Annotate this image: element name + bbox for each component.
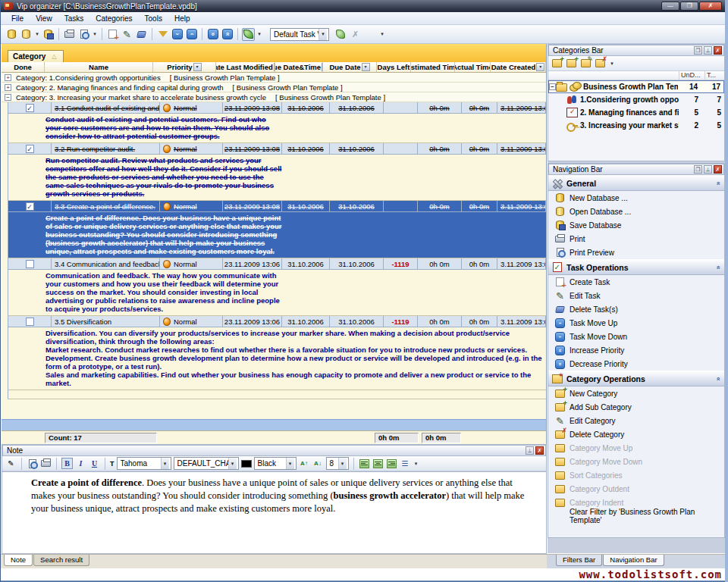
close-panel-icon[interactable]: ✗	[714, 46, 722, 55]
new-category-icon[interactable]: +	[551, 58, 563, 68]
font-family-combo[interactable]: Tahoma▾	[117, 457, 171, 470]
task-row[interactable]: 3.5 DiversificationNormal23.11.2009 13:0…	[8, 316, 546, 327]
column-header-actual-time[interactable]: Actual Time	[455, 62, 491, 72]
nav-section-task-operations[interactable]: Task Operations»	[548, 259, 724, 275]
chevron-down-icon[interactable]: ▾	[379, 31, 385, 37]
open-database-icon[interactable]	[20, 28, 33, 41]
float-panel-icon[interactable]: ❐	[694, 165, 702, 174]
edit-task-icon[interactable]: ✎	[121, 28, 133, 41]
chevron-down-icon[interactable]: ▾	[318, 29, 327, 40]
filter-dropdown-icon[interactable]: ▾	[193, 63, 202, 71]
nav-item-save-database[interactable]: Save Database	[548, 218, 724, 232]
delete-category-icon[interactable]: ✗	[595, 58, 606, 68]
close-button[interactable]: ✗	[699, 2, 722, 11]
task-row[interactable]: 3.4 Communication and feedbackNormal23.1…	[8, 258, 546, 270]
note-content[interactable]: Create a point of difference. Does your …	[2, 471, 546, 553]
menu-tasks[interactable]: Tasks	[58, 13, 90, 24]
restore-button[interactable]: ❐	[680, 2, 698, 11]
task-move-up-icon[interactable]: ›	[185, 28, 198, 41]
new-database-icon[interactable]	[5, 28, 18, 41]
nav-item-edit-category[interactable]: ✎Edit Category	[548, 414, 724, 427]
column-header-days-left[interactable]: Days Left	[377, 62, 411, 72]
done-checkbox[interactable]: ✓	[26, 145, 34, 153]
column-header-done[interactable]: Done	[2, 62, 45, 72]
menu-categories[interactable]: Categories	[89, 13, 138, 24]
clear-filter-icon[interactable]: ✗	[349, 28, 362, 41]
tree-col-total[interactable]: T...	[704, 71, 724, 80]
nav-item-increase-priority[interactable]: »Increase Priority	[548, 343, 724, 357]
column-header-priority[interactable]: Priority▾	[153, 62, 216, 72]
expand-group-icon[interactable]: +	[5, 74, 11, 81]
done-checkbox[interactable]	[26, 260, 34, 268]
column-header-due-date[interactable]: Due Date▾	[323, 62, 377, 72]
nav-item-open-database-[interactable]: Open Database ...	[548, 205, 724, 218]
italic-button[interactable]: I	[75, 458, 86, 469]
task-row[interactable]: ✓3.1 Conduct audit of existing andNormal…	[8, 102, 546, 114]
close-panel-icon[interactable]: ✗	[535, 446, 544, 455]
nav-item-new-category[interactable]: +New Category	[548, 386, 724, 400]
note-print-icon[interactable]	[40, 458, 52, 469]
pin-panel-icon[interactable]: ⊥	[704, 46, 712, 55]
nav-item-add-sub-category[interactable]: +Add Sub Category	[548, 400, 724, 414]
task-row[interactable]: ✓3.3 Create a point of difference.Normal…	[8, 201, 546, 212]
create-task-icon[interactable]	[106, 28, 119, 41]
category-group-row[interactable]: +Category: 2. Managing finances and find…	[2, 83, 546, 92]
nav-item-edit-task[interactable]: ✎Edit Task	[548, 289, 724, 302]
done-checkbox[interactable]	[26, 318, 34, 326]
edit-category-icon[interactable]: ✎	[580, 58, 592, 68]
collapse-section-icon[interactable]: »	[716, 375, 720, 383]
underline-button[interactable]: U	[89, 458, 100, 469]
add-sub-category-icon[interactable]: +	[566, 58, 577, 68]
nav-item-new-database-[interactable]: New Database ...	[548, 191, 724, 205]
group-by-category-tab[interactable]: Category △	[8, 50, 64, 62]
pin-panel-icon[interactable]: ⊥	[526, 446, 534, 455]
tab-navigation-bar[interactable]: Navigation Bar	[603, 555, 664, 566]
save-database-icon[interactable]	[42, 28, 55, 41]
nav-item-clear-filter-by-business-growth-plan-template-[interactable]: Clear Filter by 'Business Growth Plan Te…	[548, 509, 724, 523]
font-color-combo[interactable]: Black▾	[254, 457, 297, 470]
tab-note[interactable]: Note	[4, 555, 33, 566]
increase-font-icon[interactable]: A↑	[299, 458, 310, 469]
tree-item-row[interactable]: 1.Considering growth opportuniti77	[548, 93, 724, 106]
nav-item-create-task[interactable]: Create Task	[548, 275, 724, 289]
task-description-row[interactable]: Diversification. You can diversify your …	[8, 327, 546, 390]
collapse-group-icon[interactable]: −	[549, 83, 556, 90]
print-preview-icon[interactable]	[77, 28, 90, 41]
align-left-icon[interactable]	[359, 458, 370, 469]
more-icon[interactable]	[364, 28, 377, 41]
tab-search-result[interactable]: Search result	[33, 555, 89, 566]
task-view-combo[interactable]: Default Task V ▾	[270, 28, 329, 41]
nav-section-category-operations[interactable]: Category Operations»	[548, 371, 724, 386]
task-move-down-icon[interactable]: ›	[171, 28, 184, 41]
nav-item-task-move-up[interactable]: ›Task Move Up	[548, 316, 724, 330]
column-header-name[interactable]: Name	[45, 62, 153, 72]
menu-view[interactable]: View	[30, 13, 58, 24]
menu-help[interactable]: Help	[168, 13, 196, 24]
edit-note-icon[interactable]: ✎	[5, 458, 17, 469]
collapse-group-icon[interactable]: −	[5, 94, 11, 101]
chevron-down-icon[interactable]: ▾	[609, 61, 615, 67]
chevron-down-icon[interactable]: ▾	[92, 31, 98, 37]
highlight-filter-icon[interactable]	[156, 28, 169, 41]
expand-group-icon[interactable]: +	[5, 84, 11, 91]
nav-section-general[interactable]: General»	[548, 175, 724, 191]
column-header-date-last-modified[interactable]: Date Last Modified▾	[216, 62, 275, 72]
collapse-section-icon[interactable]: »	[716, 264, 720, 271]
tree-item-row[interactable]: 3. Increasing your market share25	[548, 119, 724, 132]
menu-file[interactable]: File	[5, 13, 30, 24]
task-row[interactable]: ✓3.2 Run competitor audit.Normal23.11.20…	[8, 143, 546, 155]
note-print-preview-icon[interactable]	[27, 458, 38, 469]
font-size-combo[interactable]: 8▾	[326, 457, 349, 470]
filter-dropdown-icon[interactable]: ▾	[536, 63, 544, 71]
apply-filter-icon[interactable]	[334, 28, 347, 41]
pin-panel-icon[interactable]: ⊥	[704, 165, 712, 174]
column-header-estimated-time[interactable]: Estimated Time	[411, 62, 455, 72]
bold-button[interactable]: B	[61, 458, 73, 469]
charset-combo[interactable]: DEFAULT_CHAR▾	[174, 457, 239, 470]
view-filter-icon[interactable]	[242, 28, 255, 41]
nav-item-task-move-down[interactable]: ›Task Move Down	[548, 330, 724, 343]
more-format-options-icon[interactable]: ▾	[413, 461, 419, 467]
align-right-icon[interactable]	[386, 458, 397, 469]
task-description-row[interactable]: Communication and feedback. The way how …	[8, 270, 546, 316]
tree-root-row[interactable]: −Business Growth Plan Template1417	[548, 80, 724, 93]
